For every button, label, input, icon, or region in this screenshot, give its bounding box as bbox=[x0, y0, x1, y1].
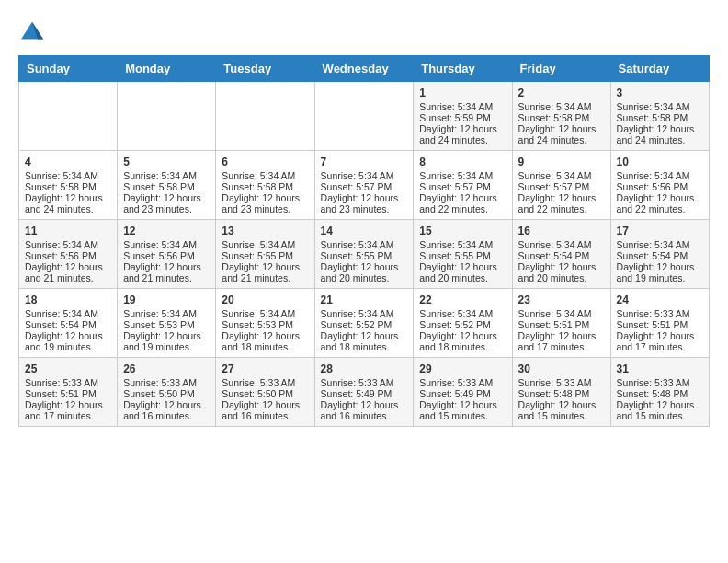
day-number: 8 bbox=[419, 155, 506, 168]
sunrise-label: Sunrise: 5:34 AM bbox=[222, 170, 295, 181]
sunset-label: Sunset: 5:55 PM bbox=[321, 250, 392, 261]
daylight-label: Daylight: 12 hours and 18 minutes. bbox=[419, 330, 497, 352]
weekday-header-monday: Monday bbox=[118, 56, 216, 82]
calendar-cell: 11 Sunrise: 5:34 AM Sunset: 5:56 PM Dayl… bbox=[19, 220, 118, 289]
logo-icon bbox=[18, 18, 46, 46]
calendar-cell bbox=[314, 82, 414, 151]
calendar-cell: 10 Sunrise: 5:34 AM Sunset: 5:56 PM Dayl… bbox=[610, 151, 709, 220]
sunset-label: Sunset: 5:58 PM bbox=[123, 181, 195, 192]
day-number: 17 bbox=[617, 224, 703, 237]
sunset-label: Sunset: 5:49 PM bbox=[321, 388, 392, 399]
day-number: 27 bbox=[222, 362, 308, 375]
calendar-cell: 26 Sunrise: 5:33 AM Sunset: 5:50 PM Dayl… bbox=[118, 358, 216, 427]
daylight-label: Daylight: 12 hours and 15 minutes. bbox=[419, 399, 497, 421]
daylight-label: Daylight: 12 hours and 18 minutes. bbox=[321, 330, 399, 352]
daylight-label: Daylight: 12 hours and 17 minutes. bbox=[518, 330, 597, 352]
day-number: 30 bbox=[518, 362, 605, 375]
calendar-week-row: 25 Sunrise: 5:33 AM Sunset: 5:51 PM Dayl… bbox=[19, 358, 710, 427]
day-number: 10 bbox=[617, 155, 703, 168]
day-number: 15 bbox=[419, 224, 506, 237]
sunset-label: Sunset: 5:49 PM bbox=[419, 388, 491, 399]
daylight-label: Daylight: 12 hours and 16 minutes. bbox=[222, 399, 300, 421]
sunrise-label: Sunrise: 5:34 AM bbox=[123, 239, 197, 250]
daylight-label: Daylight: 12 hours and 24 minutes. bbox=[419, 123, 497, 145]
day-number: 29 bbox=[419, 362, 506, 375]
sunrise-label: Sunrise: 5:33 AM bbox=[617, 377, 690, 388]
sunrise-label: Sunrise: 5:34 AM bbox=[321, 170, 394, 181]
day-number: 7 bbox=[321, 155, 408, 168]
daylight-label: Daylight: 12 hours and 19 minutes. bbox=[123, 330, 201, 352]
day-number: 25 bbox=[25, 362, 111, 375]
sunset-label: Sunset: 5:56 PM bbox=[123, 250, 195, 261]
calendar-cell: 4 Sunrise: 5:34 AM Sunset: 5:58 PM Dayli… bbox=[19, 151, 118, 220]
calendar-cell: 3 Sunrise: 5:34 AM Sunset: 5:58 PM Dayli… bbox=[610, 82, 709, 151]
sunrise-label: Sunrise: 5:33 AM bbox=[321, 377, 394, 388]
sunrise-label: Sunrise: 5:34 AM bbox=[419, 101, 493, 112]
sunset-label: Sunset: 5:55 PM bbox=[419, 250, 491, 261]
calendar-cell: 25 Sunrise: 5:33 AM Sunset: 5:51 PM Dayl… bbox=[19, 358, 118, 427]
calendar-week-row: 11 Sunrise: 5:34 AM Sunset: 5:56 PM Dayl… bbox=[19, 220, 710, 289]
weekday-header-sunday: Sunday bbox=[19, 56, 118, 82]
day-number: 19 bbox=[123, 293, 210, 306]
sunrise-label: Sunrise: 5:34 AM bbox=[25, 239, 98, 250]
daylight-label: Daylight: 12 hours and 19 minutes. bbox=[617, 261, 695, 283]
sunset-label: Sunset: 5:57 PM bbox=[518, 181, 590, 192]
calendar-cell: 20 Sunrise: 5:34 AM Sunset: 5:53 PM Dayl… bbox=[216, 289, 314, 358]
daylight-label: Daylight: 12 hours and 15 minutes. bbox=[518, 399, 597, 421]
calendar-week-row: 1 Sunrise: 5:34 AM Sunset: 5:59 PM Dayli… bbox=[19, 82, 710, 151]
day-number: 22 bbox=[419, 293, 506, 306]
sunrise-label: Sunrise: 5:34 AM bbox=[617, 239, 690, 250]
sunrise-label: Sunrise: 5:34 AM bbox=[419, 170, 493, 181]
sunrise-label: Sunrise: 5:34 AM bbox=[518, 101, 592, 112]
calendar-cell: 15 Sunrise: 5:34 AM Sunset: 5:55 PM Dayl… bbox=[414, 220, 512, 289]
sunset-label: Sunset: 5:53 PM bbox=[222, 319, 293, 330]
sunset-label: Sunset: 5:51 PM bbox=[518, 319, 590, 330]
sunrise-label: Sunrise: 5:34 AM bbox=[25, 170, 98, 181]
sunset-label: Sunset: 5:56 PM bbox=[617, 181, 688, 192]
sunrise-label: Sunrise: 5:33 AM bbox=[123, 377, 197, 388]
weekday-header-thursday: Thursday bbox=[414, 56, 512, 82]
logo bbox=[18, 18, 50, 46]
calendar-cell: 17 Sunrise: 5:34 AM Sunset: 5:54 PM Dayl… bbox=[610, 220, 709, 289]
sunrise-label: Sunrise: 5:33 AM bbox=[222, 377, 295, 388]
day-number: 14 bbox=[321, 224, 408, 237]
day-number: 20 bbox=[222, 293, 308, 306]
day-number: 3 bbox=[617, 86, 703, 99]
calendar-cell: 2 Sunrise: 5:34 AM Sunset: 5:58 PM Dayli… bbox=[512, 82, 610, 151]
daylight-label: Daylight: 12 hours and 22 minutes. bbox=[617, 192, 695, 214]
sunrise-label: Sunrise: 5:34 AM bbox=[321, 239, 394, 250]
daylight-label: Daylight: 12 hours and 23 minutes. bbox=[222, 192, 300, 214]
day-number: 1 bbox=[419, 86, 506, 99]
calendar-cell: 21 Sunrise: 5:34 AM Sunset: 5:52 PM Dayl… bbox=[314, 289, 414, 358]
sunrise-label: Sunrise: 5:34 AM bbox=[518, 239, 592, 250]
calendar-cell: 7 Sunrise: 5:34 AM Sunset: 5:57 PM Dayli… bbox=[314, 151, 414, 220]
sunset-label: Sunset: 5:54 PM bbox=[617, 250, 688, 261]
daylight-label: Daylight: 12 hours and 21 minutes. bbox=[222, 261, 300, 283]
calendar-cell bbox=[216, 82, 314, 151]
calendar-week-row: 18 Sunrise: 5:34 AM Sunset: 5:54 PM Dayl… bbox=[19, 289, 710, 358]
daylight-label: Daylight: 12 hours and 22 minutes. bbox=[419, 192, 497, 214]
daylight-label: Daylight: 12 hours and 21 minutes. bbox=[123, 261, 201, 283]
day-number: 11 bbox=[25, 224, 111, 237]
day-number: 9 bbox=[518, 155, 605, 168]
daylight-label: Daylight: 12 hours and 18 minutes. bbox=[222, 330, 300, 352]
sunrise-label: Sunrise: 5:34 AM bbox=[518, 170, 592, 181]
sunset-label: Sunset: 5:50 PM bbox=[123, 388, 195, 399]
daylight-label: Daylight: 12 hours and 17 minutes. bbox=[25, 399, 103, 421]
sunset-label: Sunset: 5:53 PM bbox=[123, 319, 195, 330]
calendar-cell: 30 Sunrise: 5:33 AM Sunset: 5:48 PM Dayl… bbox=[512, 358, 610, 427]
day-number: 21 bbox=[321, 293, 408, 306]
sunset-label: Sunset: 5:48 PM bbox=[617, 388, 688, 399]
weekday-header-friday: Friday bbox=[512, 56, 610, 82]
weekday-header-tuesday: Tuesday bbox=[216, 56, 314, 82]
calendar-cell: 16 Sunrise: 5:34 AM Sunset: 5:54 PM Dayl… bbox=[512, 220, 610, 289]
calendar-cell bbox=[19, 82, 118, 151]
sunset-label: Sunset: 5:51 PM bbox=[25, 388, 97, 399]
sunset-label: Sunset: 5:57 PM bbox=[321, 181, 392, 192]
calendar-week-row: 4 Sunrise: 5:34 AM Sunset: 5:58 PM Dayli… bbox=[19, 151, 710, 220]
day-number: 28 bbox=[321, 362, 408, 375]
daylight-label: Daylight: 12 hours and 24 minutes. bbox=[518, 123, 597, 145]
calendar-cell: 24 Sunrise: 5:33 AM Sunset: 5:51 PM Dayl… bbox=[610, 289, 709, 358]
day-number: 4 bbox=[25, 155, 111, 168]
sunset-label: Sunset: 5:52 PM bbox=[419, 319, 491, 330]
